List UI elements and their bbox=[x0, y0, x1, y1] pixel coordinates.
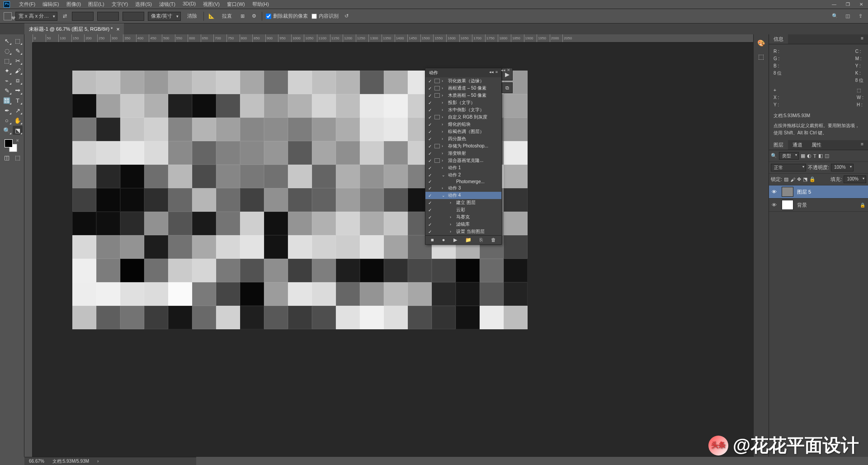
canvas-area[interactable]: 0501001502002503003504004505005506006507… bbox=[24, 34, 753, 457]
quickmask-icon[interactable]: ◫ bbox=[2, 153, 12, 162]
crop-options-gear-icon[interactable]: ⚙ bbox=[250, 12, 258, 20]
content-aware-checkbox[interactable]: 内容识别 bbox=[311, 13, 339, 19]
tool-15[interactable]: ↗ bbox=[13, 106, 23, 115]
menu-图像(I)[interactable]: 图像(I) bbox=[63, 0, 85, 9]
tool-17[interactable]: ✋ bbox=[13, 116, 23, 125]
maximize-button[interactable]: ❐ bbox=[841, 0, 854, 9]
filter-adjust-icon[interactable]: ◐ bbox=[807, 153, 811, 159]
menu-图层(L)[interactable]: 图层(L) bbox=[85, 0, 108, 9]
tool-19[interactable]: ⬔ bbox=[13, 126, 23, 135]
action-item[interactable]: ✓⌄动作 2 bbox=[425, 171, 501, 179]
action-item[interactable]: ✓›水中倒影（文字） bbox=[425, 106, 501, 114]
action-item[interactable]: ✓›熔化的铅块 bbox=[425, 121, 501, 128]
swap-colors-icon[interactable]: ⤭ bbox=[16, 138, 19, 142]
filter-type-icon[interactable]: T bbox=[813, 153, 816, 159]
tool-18[interactable]: 🔍 bbox=[2, 126, 12, 135]
tool-16[interactable]: ○ bbox=[2, 116, 12, 125]
action-item[interactable]: ✓›投影（文字） bbox=[425, 99, 501, 106]
crop-height-input[interactable] bbox=[97, 12, 119, 21]
layers-panel-menu-icon[interactable]: ≡ bbox=[856, 140, 868, 150]
actions-foot-button[interactable]: ■ bbox=[431, 237, 434, 243]
crop-width-input[interactable] bbox=[72, 12, 94, 21]
layer-filter-dropdown[interactable]: 类型 bbox=[779, 152, 799, 160]
layer-thumbnail[interactable] bbox=[782, 187, 793, 197]
layer-visibility-icon[interactable]: 👁 bbox=[772, 202, 778, 208]
tool-11[interactable]: ⮕ bbox=[13, 86, 23, 95]
blend-mode-dropdown[interactable]: 正常 bbox=[771, 164, 806, 171]
action-item[interactable]: ✓›棕褐色调（图层） bbox=[425, 128, 501, 135]
actions-foot-button[interactable]: ▶ bbox=[453, 237, 457, 243]
tab-properties[interactable]: 属性 bbox=[807, 140, 826, 150]
actions-panel-title[interactable]: 动作 bbox=[429, 70, 438, 76]
action-item[interactable]: ✓›画框通道 – 50 像素 bbox=[425, 85, 501, 92]
tool-0[interactable]: ↖ bbox=[2, 36, 12, 45]
actions-foot-button[interactable]: 📁 bbox=[465, 237, 472, 243]
search-icon[interactable]: 🔍 bbox=[831, 12, 839, 20]
crop-resolution-input[interactable] bbox=[123, 12, 144, 21]
action-item[interactable]: ✓›设置 当前图层 bbox=[425, 228, 501, 235]
tab-info[interactable]: 信息 bbox=[769, 34, 788, 44]
lock-all-icon[interactable]: 🔒 bbox=[809, 176, 816, 182]
layer-thumbnail[interactable] bbox=[782, 200, 793, 210]
document-tab[interactable]: 未标题-1 @ 66.7% (图层 5, RGB/8#) * × bbox=[24, 24, 124, 34]
lock-position-icon[interactable]: ✥ bbox=[797, 176, 801, 182]
menu-3D(D)[interactable]: 3D(D) bbox=[179, 0, 199, 9]
color-picker-icon[interactable]: 🎨 bbox=[756, 39, 766, 47]
actions-foot-button[interactable]: 🗑 bbox=[491, 237, 496, 243]
menu-文件(F)[interactable]: 文件(F) bbox=[15, 0, 39, 9]
tool-5[interactable]: ✂ bbox=[13, 56, 23, 65]
straighten-icon[interactable]: 📐 bbox=[208, 12, 216, 20]
share-icon[interactable]: ⇪ bbox=[856, 12, 864, 20]
action-item[interactable]: ✓›四分颜色 bbox=[425, 135, 501, 142]
swap-dimensions-icon[interactable]: ⇄ bbox=[61, 13, 68, 20]
tool-10[interactable]: ✎ bbox=[2, 86, 12, 95]
layer-item[interactable]: 👁背景🔒 bbox=[769, 199, 868, 212]
tool-1[interactable]: ⬚ bbox=[13, 36, 23, 45]
workspace-icon[interactable]: ◫ bbox=[844, 12, 852, 20]
close-button[interactable]: ✕ bbox=[854, 0, 868, 9]
menu-帮助(H)[interactable]: 帮助(H) bbox=[249, 0, 273, 9]
action-item[interactable]: ✓›存储为 Photoshop... bbox=[425, 142, 501, 150]
menu-编辑(E)[interactable]: 编辑(E) bbox=[39, 0, 63, 9]
action-item[interactable]: ✓›动作 3 bbox=[425, 185, 501, 192]
tool-12[interactable]: 🔠 bbox=[2, 96, 12, 105]
crop-tool-preset-icon[interactable] bbox=[4, 12, 12, 20]
action-item[interactable]: ✓›木质画框 – 50 像素 bbox=[425, 92, 501, 99]
history-panel-icon[interactable]: ⧉ bbox=[502, 82, 513, 93]
clear-button[interactable]: 清除 bbox=[184, 12, 200, 20]
action-item[interactable]: ✓›马赛克 bbox=[425, 214, 501, 221]
lock-transparent-icon[interactable]: ▨ bbox=[784, 176, 788, 182]
tool-13[interactable]: T bbox=[13, 96, 23, 105]
tool-9[interactable]: ⧈ bbox=[13, 76, 23, 85]
action-item[interactable]: ✓›动作 1 bbox=[425, 164, 501, 171]
action-item[interactable]: ✓⌄动作 4 bbox=[425, 192, 501, 199]
tool-2[interactable]: ◌ bbox=[2, 46, 12, 55]
delete-cropped-checkbox[interactable]: 删除裁剪的像素 bbox=[266, 13, 308, 19]
tool-7[interactable]: 🖌 bbox=[13, 66, 23, 75]
action-item[interactable]: ✓›滤镜库 bbox=[425, 221, 501, 228]
action-item[interactable]: ✓›渐变映射 bbox=[425, 150, 501, 157]
status-doc[interactable]: 文档:5.93M/5.93M bbox=[52, 458, 89, 465]
menu-视图(V)[interactable]: 视图(V) bbox=[199, 0, 223, 9]
tab-channels[interactable]: 通道 bbox=[788, 140, 807, 150]
actions-collapse-icon[interactable]: ◂◂ bbox=[489, 70, 494, 76]
minimize-button[interactable]: — bbox=[827, 0, 841, 9]
actions-panel-collapse[interactable]: ◂◂✕ bbox=[501, 68, 510, 72]
straighten-button[interactable]: 拉直 bbox=[219, 12, 235, 20]
tool-4[interactable]: ⬚ bbox=[2, 56, 12, 65]
menu-文字(Y)[interactable]: 文字(Y) bbox=[108, 0, 132, 9]
fill-input[interactable]: 100% bbox=[844, 176, 866, 183]
resolution-units-dropdown[interactable]: 像素/英寸 bbox=[148, 12, 181, 21]
status-zoom[interactable]: 66.67% bbox=[29, 459, 44, 464]
screenmode-icon[interactable]: ⬚ bbox=[13, 153, 23, 162]
actions-foot-button[interactable]: ⎘ bbox=[480, 237, 483, 243]
document-tab-close-icon[interactable]: × bbox=[116, 26, 119, 33]
filter-shape-icon[interactable]: ◧ bbox=[818, 153, 823, 159]
action-item[interactable]: ✓云彩 bbox=[425, 206, 501, 214]
menu-选择(S)[interactable]: 选择(S) bbox=[132, 0, 156, 9]
reset-icon[interactable]: ↺ bbox=[342, 12, 350, 20]
action-item[interactable]: ✓›自定义 RGB 到灰度 bbox=[425, 114, 501, 121]
action-item[interactable]: ✓›建立 图层 bbox=[425, 199, 501, 206]
status-arrow-icon[interactable]: › bbox=[97, 459, 99, 464]
layer-visibility-icon[interactable]: 👁 bbox=[772, 189, 778, 195]
